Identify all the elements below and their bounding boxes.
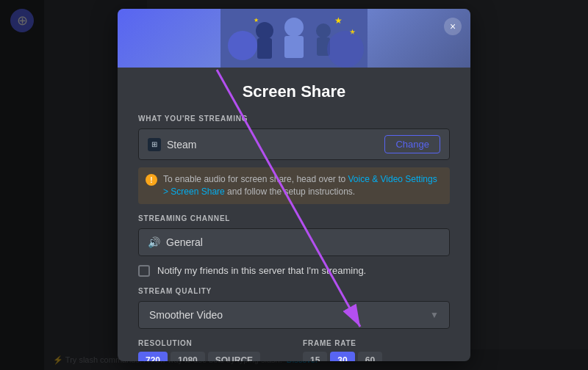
svg-point-1 [256,22,273,40]
app-name: Steam [167,139,196,150]
framerate-label: FRAME RATE [303,339,450,347]
resolution-720-button[interactable]: 720 [138,352,168,361]
modal-title: Screen Share [138,82,450,101]
volume-icon: 🔊 [148,236,160,248]
channel-label: STREAMING CHANNEL [138,214,450,222]
streaming-box: ⊞ Steam Change [138,128,450,160]
settings-row: RESOLUTION 720 1080 SOURCE FRAME RATE 15… [138,339,450,361]
framerate-15-button[interactable]: 15 [303,352,327,361]
framerate-group: FRAME RATE 15 30 60 [303,339,450,361]
framerate-60-button[interactable]: 60 [358,352,382,361]
svg-point-5 [316,23,331,38]
quality-select[interactable]: Smoother Video ▼ [138,301,450,329]
svg-rect-4 [284,36,304,58]
quality-selected: Smoother Video [149,309,223,321]
header-illustration: ★ ★ ★ [118,9,470,68]
info-text-after: and follow the setup instructions. [225,186,355,197]
modal-overlay: ★ ★ ★ × Screen Share WHAT YOU'RE STREAMI… [0,0,588,370]
resolution-source-button[interactable]: SOURCE [208,352,260,361]
framerate-btn-group: 15 30 60 [303,352,450,361]
info-icon: ! [146,174,157,186]
notify-text: Notify my friends in this server that I'… [157,265,366,276]
framerate-30-button[interactable]: 30 [330,352,354,361]
info-text: To enable audio for screen share, head o… [163,173,442,198]
svg-text:★: ★ [254,17,259,23]
streaming-label: WHAT YOU'RE STREAMING [138,115,450,123]
svg-point-10 [228,31,257,60]
channel-name: General [166,236,203,248]
svg-text:★: ★ [334,15,343,26]
chevron-down-icon: ▼ [430,310,439,320]
channel-box: 🔊 General [138,228,450,256]
resolution-group: RESOLUTION 720 1080 SOURCE [138,339,285,361]
resolution-label: RESOLUTION [138,339,285,347]
modal-header-image: ★ ★ ★ × [118,9,470,68]
change-button[interactable]: Change [384,135,440,153]
svg-point-11 [327,31,364,68]
resolution-btn-group: 720 1080 SOURCE [138,352,285,361]
modal-body: Screen Share WHAT YOU'RE STREAMING ⊞ Ste… [118,68,470,361]
close-button[interactable]: × [444,18,462,35]
info-note: ! To enable audio for screen share, head… [138,167,450,204]
svg-point-3 [284,18,304,37]
svg-rect-2 [257,38,272,59]
notify-checkbox[interactable] [138,265,150,277]
quality-label: STREAM QUALITY [138,287,450,295]
header-svg: ★ ★ ★ [220,9,368,68]
steam-icon: ⊞ [148,138,161,151]
notify-row: Notify my friends in this server that I'… [138,265,450,277]
screen-share-modal: ★ ★ ★ × Screen Share WHAT YOU'RE STREAMI… [118,9,470,361]
app-info: ⊞ Steam [148,138,196,151]
info-text-before: To enable audio for screen share, head o… [163,174,348,184]
resolution-1080-button[interactable]: 1080 [171,352,205,361]
